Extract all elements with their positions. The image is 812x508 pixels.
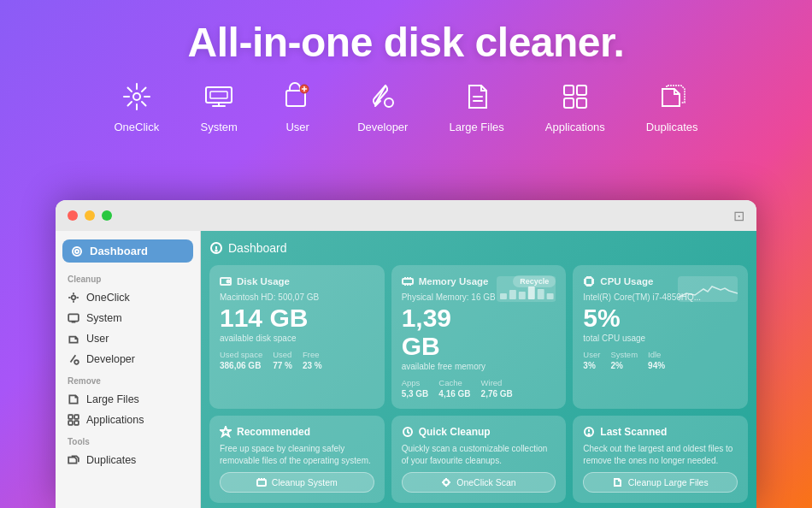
sidebar-item-applications[interactable]: Applications	[56, 410, 200, 430]
nav-item-applications[interactable]: Applications	[545, 78, 605, 133]
svg-line-6	[142, 102, 146, 106]
nav-label-large-files: Large Files	[449, 121, 503, 133]
svg-point-17	[385, 98, 393, 107]
nav-item-system[interactable]: System	[200, 78, 238, 133]
hero-section: All-in-one disk cleaner. OneClick System…	[0, 0, 812, 156]
cpu-usage-header: CPU Usage	[583, 275, 738, 287]
last-scanned-card: Last Scanned Check out the largest and o…	[573, 416, 748, 503]
svg-rect-22	[577, 86, 586, 95]
title-bar: ⊡	[56, 200, 756, 231]
nav-item-large-files[interactable]: Large Files	[449, 78, 503, 133]
memory-usage-header: Memory Usage Recycle	[402, 275, 556, 287]
cpu-usage-card: CPU Usage Intel(R) Core(TM) i7-4850HQ...…	[573, 265, 748, 409]
expand-icon[interactable]: ⊡	[733, 208, 744, 224]
cleanup-system-button[interactable]: Cleanup System	[220, 472, 374, 493]
svg-rect-44	[403, 279, 413, 284]
disk-subtitle: Macintosh HD: 500,07 GB	[220, 292, 374, 302]
sidebar-active-label: Dashboard	[90, 245, 148, 257]
svg-point-84	[589, 434, 590, 434]
svg-line-8	[127, 102, 132, 106]
system-icon	[200, 78, 238, 115]
sidebar-item-user[interactable]: User	[56, 328, 200, 349]
sidebar-section-remove: Remove	[56, 369, 200, 389]
main-layout: Dashboard Cleanup OneClick System User D…	[56, 231, 756, 508]
sidebar-item-dashboard[interactable]: Dashboard	[62, 239, 193, 263]
disk-stats: Used space 386,06 GB Used 77 % Free 23 %	[220, 350, 374, 370]
close-button[interactable]	[68, 210, 78, 221]
svg-rect-36	[74, 415, 79, 419]
nav-item-duplicates[interactable]: Duplicates	[646, 78, 698, 133]
disk-unit-label: available disk space	[220, 334, 374, 343]
duplicates-icon	[653, 78, 691, 115]
last-scanned-title: Last Scanned	[583, 426, 738, 438]
oneclick-scan-button[interactable]: OneClick Scan	[402, 472, 556, 493]
disk-stat-0: Used space 386,06 GB	[220, 350, 262, 370]
svg-rect-37	[68, 421, 73, 425]
memory-usage-card: Memory Usage Recycle Physical Memory: 16…	[391, 265, 567, 409]
svg-rect-21	[564, 86, 574, 95]
svg-line-5	[127, 88, 132, 92]
svg-rect-12	[210, 92, 227, 98]
maximize-button[interactable]	[102, 210, 112, 221]
sidebar-item-system[interactable]: System	[56, 308, 200, 328]
nav-item-user[interactable]: User	[279, 78, 316, 133]
svg-rect-58	[585, 278, 592, 285]
sidebar-item-developer[interactable]: Developer	[56, 349, 200, 369]
applications-icon	[556, 78, 594, 115]
sidebar-section-cleanup: Cleanup	[56, 268, 200, 287]
cpu-unit-label: total CPU usage	[583, 334, 645, 343]
nav-item-developer[interactable]: Developer	[357, 78, 408, 133]
minimize-button[interactable]	[85, 210, 95, 221]
recycle-badge[interactable]: Recycle	[513, 275, 556, 287]
svg-line-7	[142, 88, 146, 92]
svg-point-34	[74, 360, 79, 364]
quick-cleanup-card: Quick Cleanup Quickly scan a customizabl…	[391, 416, 567, 503]
memory-big-value: 1,39 GB	[402, 304, 497, 360]
recommended-card: Recommended Free up space by cleaning sa…	[209, 416, 385, 503]
memory-stat-2: Wired 2,76 GB	[481, 378, 513, 399]
cpu-stat-0: User 3%	[583, 350, 600, 370]
cpu-big-value: 5%	[583, 304, 645, 332]
memory-subtitle: Physical Memory: 16 GB	[402, 292, 556, 302]
user-icon	[279, 78, 316, 115]
memory-unit-label: available free memory	[402, 362, 497, 371]
nav-label-user: User	[285, 121, 309, 133]
content-header: Dashboard	[209, 239, 748, 258]
nav-label-duplicates: Duplicates	[646, 121, 698, 133]
sidebar-item-large-files[interactable]: Large Files	[56, 389, 200, 410]
svg-point-27	[72, 296, 76, 300]
memory-stats: Apps 5,3 GB Cache 4,16 GB Wired 2,76 GB	[402, 378, 556, 399]
cpu-stat-1: System 2%	[610, 350, 638, 370]
svg-rect-35	[68, 415, 73, 419]
recommended-desc: Free up space by cleaning safely removab…	[220, 443, 374, 467]
nav-item-oneclick[interactable]: OneClick	[114, 78, 159, 133]
nav-label-developer: Developer	[357, 121, 408, 133]
svg-point-25	[73, 247, 81, 256]
nav-icons-bar: OneClick System User Developer	[0, 78, 812, 133]
hero-title: All-in-one disk cleaner.	[0, 19, 812, 66]
recommended-title: Recommended	[220, 426, 374, 438]
svg-rect-38	[74, 421, 79, 425]
top-cards-grid: Disk Usage Macintosh HD: 500,07 GB 114 G…	[209, 265, 748, 409]
sidebar-item-oneclick[interactable]: OneClick	[56, 287, 200, 308]
disk-usage-card: Disk Usage Macintosh HD: 500,07 GB 114 G…	[209, 265, 385, 409]
sidebar: Dashboard Cleanup OneClick System User D…	[56, 231, 201, 508]
svg-point-41	[215, 250, 217, 251]
bottom-cards-grid: Recommended Free up space by cleaning sa…	[209, 416, 748, 503]
svg-point-43	[227, 281, 230, 283]
sidebar-item-duplicates[interactable]: Duplicates	[56, 450, 200, 470]
svg-point-26	[75, 250, 79, 253]
last-scanned-desc: Check out the largest and oldest files t…	[583, 443, 738, 467]
cpu-subtitle: Intel(R) Core(TM) i7-4850HQ...	[583, 292, 738, 302]
nav-label-system: System	[201, 121, 238, 133]
oneclick-icon	[118, 78, 156, 115]
disk-stat-1: Used 77 %	[273, 350, 292, 370]
content-area: Dashboard Disk Usage Macintosh HD: 500,0…	[201, 231, 756, 508]
nav-label-applications: Applications	[545, 121, 605, 133]
sidebar-section-tools: Tools	[56, 430, 200, 450]
nav-label-oneclick: OneClick	[114, 121, 159, 133]
app-window: ⊡ Dashboard Cleanup OneClick System User	[56, 200, 756, 508]
quick-cleanup-desc: Quickly scan a customizable collection o…	[402, 443, 556, 467]
cleanup-large-files-button[interactable]: Cleanup Large Files	[583, 472, 738, 493]
svg-rect-23	[564, 98, 574, 108]
